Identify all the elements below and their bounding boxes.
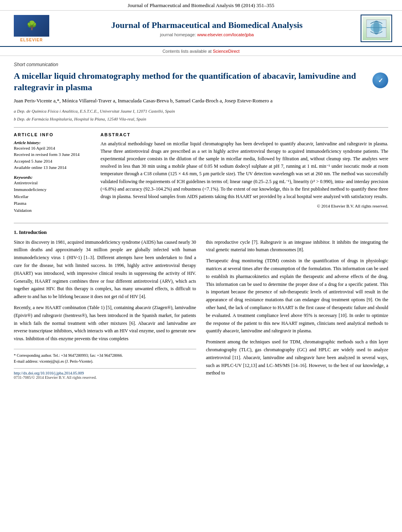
intro-para-3: this reproductive cycle [7]. Raltegravir…	[206, 239, 389, 254]
header-center: Journal of Pharmaceutical and Biomedical…	[55, 20, 359, 37]
divider-2	[14, 223, 388, 223]
journal-reference: Journal of Pharmaceutical and Biomedical…	[128, 2, 274, 8]
intro-para-1: Since its discovery in 1981, acquired im…	[14, 239, 196, 301]
history-label: Article history:	[14, 140, 93, 145]
body-section: 1. Introduction Since its discovery in 1…	[14, 229, 388, 381]
contents-line: Contents lists available at ScienceDirec…	[0, 47, 402, 56]
footnote-section: * Corresponding author. Tel.: +34 964728…	[14, 349, 196, 364]
keywords-section: Keywords: Antiretroviral Immunodeficienc…	[14, 175, 93, 214]
sciencedirect-link[interactable]: ScienceDirect	[213, 49, 240, 54]
crossmark-badge: ✓	[372, 72, 388, 88]
header-section: 🌳 ELSEVIER Journal of Pharmaceutical and…	[0, 11, 402, 47]
header-logo-right	[359, 15, 394, 42]
keyword-1: Antiretroviral	[14, 180, 93, 187]
affiliations-block: a Dep. de Química Física i Analítica, E.…	[14, 108, 388, 122]
body-two-col: Since its discovery in 1981, acquired im…	[14, 239, 388, 381]
journal-logo-image	[363, 17, 390, 40]
journal-title-main: Journal of Pharmaceutical and Biomedical…	[61, 20, 353, 31]
copyright-text: © 2014 Elsevier B.V. All rights reserved…	[100, 204, 388, 208]
body-col-left: Since its discovery in 1981, acquired im…	[14, 239, 196, 381]
email-footnote: E-mail address: vicentej@uji.es (J. Peri…	[14, 358, 196, 364]
intro-para-2: Recently, a new HAART combination (Table…	[14, 304, 196, 343]
article-title: A micellar liquid chromatography method …	[14, 70, 372, 93]
keyword-5: Validation	[14, 207, 93, 214]
keywords-list: Antiretroviral Immunodeficiency Micellar…	[14, 180, 93, 214]
doi-url[interactable]: http://dx.doi.org/10.1016/j.jpba.2014.05…	[14, 371, 196, 375]
received-date: Received 16 April 2014	[14, 145, 93, 152]
divider-1	[14, 127, 388, 128]
doi-rights: 0731-7085/© 2014 Elsevier B.V. All right…	[14, 375, 196, 380]
header-logo-left: 🌳 ELSEVIER	[8, 15, 55, 42]
abstract-heading: ABSTRACT	[100, 132, 388, 137]
authors-line: Juan Peris-Vicente a,*, Mónica Villareal…	[14, 97, 388, 105]
crossmark-icon: ✓	[378, 77, 383, 84]
keyword-3: Micellar	[14, 193, 93, 200]
article-info-heading: ARTICLE INFO	[14, 132, 93, 137]
doi-section: http://dx.doi.org/10.1016/j.jpba.2014.05…	[14, 368, 196, 380]
section-type: Short communication	[14, 62, 388, 67]
article-info-abstract-cols: ARTICLE INFO Article history: Received 1…	[14, 132, 388, 218]
intro-para-5: Prominent among the techniques used for …	[206, 338, 389, 377]
keyword-2: Immunodeficiency	[14, 186, 93, 193]
journal-homepage: journal homepage: www.elsevier.com/locat…	[61, 32, 353, 37]
available-date: Available online 13 June 2014	[14, 164, 93, 171]
keywords-label: Keywords:	[14, 175, 93, 180]
article-info-col: ARTICLE INFO Article history: Received 1…	[14, 132, 93, 218]
keyword-4: Plasma	[14, 200, 93, 207]
top-bar: Journal of Pharmaceutical and Biomedical…	[0, 0, 402, 11]
accepted-date: Accepted 5 June 2014	[14, 158, 93, 165]
elsevier-label: ELSEVIER	[20, 38, 43, 42]
abstract-text: An analytical methodology based on micel…	[100, 140, 388, 201]
corresponding-footnote: * Corresponding author. Tel.: +34 964728…	[14, 352, 196, 358]
history-section: Article history: Received 16 April 2014 …	[14, 140, 93, 171]
journal-logo-box	[361, 15, 392, 42]
homepage-label: journal homepage:	[160, 32, 196, 37]
intro-heading: 1. Introduction	[14, 229, 388, 235]
affiliation-b: b Dep. de Farmàcia Hospitalaria, Hospita…	[14, 116, 388, 122]
elsevier-tree-icon: 🌳	[26, 20, 37, 31]
body-col-right: this reproductive cycle [7]. Raltegravir…	[206, 239, 389, 381]
elsevier-logo-box: 🌳	[14, 15, 49, 37]
received-revised-date: Received in revised form 3 June 2014	[14, 151, 93, 158]
intro-para-4: Therapeutic drug monitoring (TDM) consis…	[206, 257, 389, 335]
article-title-block: A micellar liquid chromatography method …	[14, 70, 388, 93]
main-content: Short communication A micellar liquid ch…	[0, 56, 402, 386]
homepage-link[interactable]: www.elsevier.com/locate/jpba	[197, 32, 254, 37]
abstract-col: ABSTRACT An analytical methodology based…	[100, 132, 388, 218]
affiliation-a: a Dep. de Química Física i Analítica, E.…	[14, 108, 388, 115]
